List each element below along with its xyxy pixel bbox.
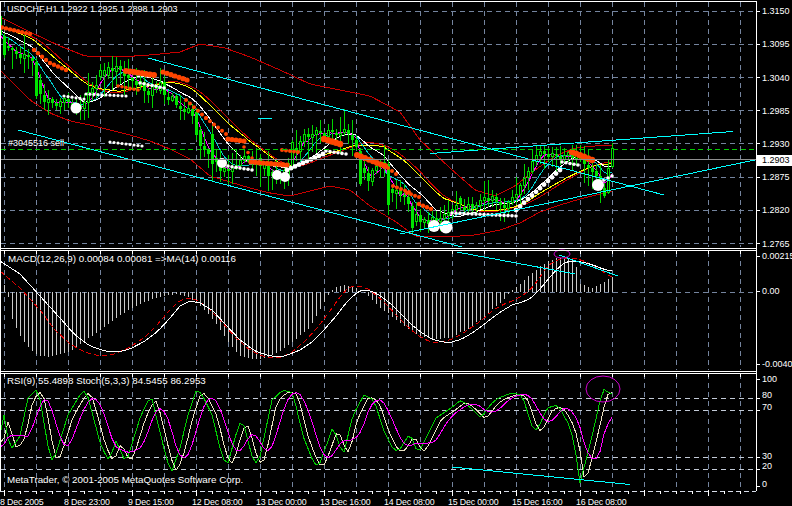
svg-text:9 Dec 15:00: 9 Dec 15:00: [128, 497, 174, 506]
svg-text:70: 70: [762, 402, 772, 412]
svg-text:13 Dec 00:00: 13 Dec 00:00: [256, 497, 307, 506]
svg-text:1.2930: 1.2930: [762, 139, 790, 149]
svg-text:RSI(9) 55.4898 Stoch(5,3,3) 8: RSI(9) 55.4898 Stoch(5,3,3) 84.5455 86.2…: [7, 375, 206, 386]
svg-text:MetaTrader, © 2001-2005 MetaQu: MetaTrader, © 2001-2005 MetaQuotes Softw…: [7, 474, 243, 485]
svg-text:20: 20: [762, 461, 772, 471]
svg-text:1.3150: 1.3150: [762, 6, 790, 16]
svg-text:1.2820: 1.2820: [762, 205, 790, 215]
svg-text:30: 30: [762, 451, 772, 461]
svg-text:14 Dec 08:00: 14 Dec 08:00: [384, 497, 435, 506]
svg-text:1.2765: 1.2765: [762, 239, 790, 249]
svg-text:1.2985: 1.2985: [762, 106, 790, 116]
svg-text:16 Dec 08:00: 16 Dec 08:00: [576, 497, 627, 506]
svg-text:1.3040: 1.3040: [762, 73, 790, 83]
svg-text:13 Dec 16:00: 13 Dec 16:00: [320, 497, 371, 506]
svg-text:8 Dec 23:00: 8 Dec 23:00: [64, 497, 110, 506]
svg-text:12 Dec 08:00: 12 Dec 08:00: [192, 497, 243, 506]
svg-text:#3045516 sell: #3045516 sell: [8, 138, 64, 148]
svg-text:1.2903: 1.2903: [762, 155, 790, 165]
svg-text:0.00: 0.00: [762, 286, 780, 296]
svg-text:100: 100: [762, 374, 777, 384]
svg-text:15 Dec 00:00: 15 Dec 00:00: [448, 497, 499, 506]
svg-text:MACD(12,26,9) 0.00084 0.00081: MACD(12,26,9) 0.00084 0.00081 =>MA(14) 0…: [8, 253, 237, 264]
svg-text:0: 0: [762, 479, 767, 489]
svg-text:1.3095: 1.3095: [762, 39, 790, 49]
svg-text:-0.00400: -0.00400: [762, 359, 792, 369]
svg-text:1.2875: 1.2875: [762, 172, 790, 182]
svg-text:15 Dec 16:00: 15 Dec 16:00: [512, 497, 563, 506]
svg-text:80: 80: [762, 390, 772, 400]
svg-text:8 Dec 2005: 8 Dec 2005: [0, 497, 44, 506]
svg-text:0.00215: 0.00215: [762, 251, 792, 261]
svg-text:USDCHF,H1 1.2922 1.2925 1.289: USDCHF,H1 1.2922 1.2925 1.2898 1.2903: [7, 4, 178, 14]
